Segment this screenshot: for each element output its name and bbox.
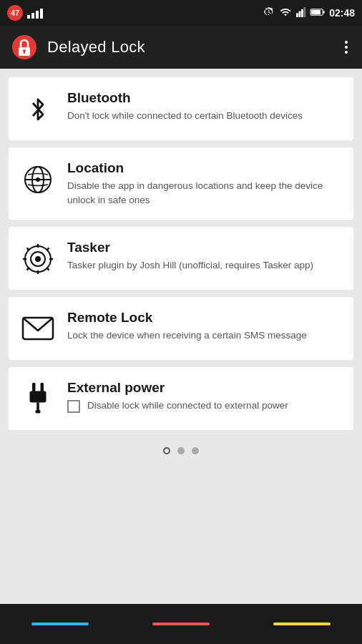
svg-line-22 (27, 248, 30, 251)
bar4 (40, 9, 43, 19)
nav-line-3 (273, 623, 331, 625)
external-power-checkbox-row: Disable lock while connected to external… (67, 399, 342, 413)
svg-point-14 (36, 177, 40, 182)
tasker-card[interactable]: Tasker Tasker plugin by Josh Hill (unoff… (9, 227, 353, 290)
tasker-icon (20, 241, 56, 277)
bluetooth-icon (20, 92, 56, 127)
svg-rect-3 (304, 7, 306, 17)
content-area: Bluetooth Don't lock while connected to … (0, 69, 362, 604)
overflow-menu-button[interactable] (342, 38, 351, 57)
svg-point-17 (35, 256, 41, 262)
page-indicators (9, 437, 353, 463)
location-card[interactable]: Location Disable the app in dangerous lo… (9, 147, 353, 220)
overflow-dot-1 (345, 41, 348, 44)
svg-rect-6 (323, 11, 325, 14)
bar2 (31, 13, 34, 19)
status-right: 02:48 (263, 6, 355, 20)
tasker-title: Tasker (67, 240, 342, 255)
power-icon (20, 381, 56, 417)
status-bar: 47 (0, 0, 362, 26)
svg-rect-28 (41, 383, 44, 391)
tasker-card-content: Tasker Tasker plugin by Josh Hill (unoff… (67, 240, 342, 273)
svg-rect-2 (301, 9, 303, 16)
page-dot-2[interactable] (177, 447, 185, 454)
bottom-nav (0, 604, 362, 644)
nav-line-2 (152, 623, 210, 625)
app-logo (11, 34, 37, 60)
app-bar: Delayed Lock (0, 26, 362, 69)
status-left: 47 (7, 5, 43, 21)
external-power-card[interactable]: External power Disable lock while connec… (9, 367, 353, 430)
svg-rect-27 (32, 383, 35, 391)
location-desc: Disable the app in dangerous locations a… (67, 179, 342, 207)
bluetooth-card[interactable]: Bluetooth Don't lock while connected to … (9, 77, 353, 140)
external-power-checkbox[interactable] (67, 400, 80, 413)
overflow-dot-3 (345, 51, 348, 54)
location-icon (20, 162, 56, 197)
cellular-icon (296, 6, 306, 20)
svg-line-23 (47, 268, 49, 270)
battery-icon (310, 7, 325, 19)
alarm-icon (263, 6, 275, 20)
sms-icon (20, 311, 56, 347)
svg-rect-29 (30, 391, 47, 403)
notification-badge: 47 (7, 5, 23, 21)
overflow-dot-2 (345, 46, 348, 49)
nav-line-1 (31, 623, 89, 625)
external-power-desc: Disable lock while connected to external… (87, 399, 288, 413)
signal-bars (27, 7, 43, 19)
status-time: 02:48 (329, 7, 355, 19)
wifi-icon (279, 6, 292, 20)
app-title: Delayed Lock (47, 38, 332, 57)
svg-line-24 (47, 248, 49, 251)
bar1 (27, 15, 30, 19)
page-dot-1[interactable] (163, 447, 170, 454)
bar3 (36, 11, 39, 19)
external-power-card-content: External power Disable lock while connec… (67, 380, 342, 413)
external-power-title: External power (67, 380, 342, 396)
svg-rect-1 (299, 11, 301, 16)
page-dot-3[interactable] (192, 447, 199, 454)
location-title: Location (67, 160, 342, 176)
svg-rect-31 (35, 410, 40, 413)
svg-rect-30 (36, 403, 39, 411)
remote-lock-card[interactable]: Remote Lock Lock the device when receivi… (9, 297, 353, 360)
svg-line-25 (27, 268, 30, 270)
location-card-content: Location Disable the app in dangerous lo… (67, 160, 342, 207)
bluetooth-desc: Don't lock while connected to certain Bl… (67, 109, 342, 123)
svg-rect-5 (311, 9, 321, 14)
nav-item-3[interactable] (241, 623, 362, 625)
bluetooth-card-content: Bluetooth Don't lock while connected to … (67, 90, 342, 123)
nav-item-1[interactable] (0, 623, 121, 625)
tasker-desc: Tasker plugin by Josh Hill (unofficial, … (67, 258, 342, 273)
svg-rect-10 (24, 51, 25, 54)
remote-lock-desc: Lock the device when receiving a certain… (67, 328, 342, 343)
svg-rect-0 (296, 13, 298, 17)
remote-lock-card-content: Remote Lock Lock the device when receivi… (67, 310, 342, 343)
nav-item-2[interactable] (121, 623, 242, 625)
remote-lock-title: Remote Lock (67, 310, 342, 326)
bluetooth-title: Bluetooth (67, 90, 342, 106)
